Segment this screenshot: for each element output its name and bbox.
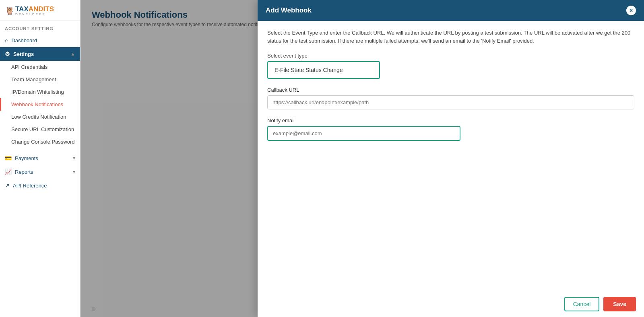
cancel-button[interactable]: Cancel bbox=[564, 297, 600, 311]
sidebar-item-api-reference[interactable]: ↗ API Reference bbox=[0, 179, 80, 192]
event-type-label: Select event type bbox=[267, 53, 634, 59]
brand-tax: TAX bbox=[15, 5, 29, 13]
payments-icon: 💳 bbox=[5, 155, 12, 161]
add-webhook-modal: Add Webhook × Select the Event Type and … bbox=[258, 0, 644, 317]
account-setting-section-label: ACCOUNT SETTING bbox=[0, 21, 80, 33]
reports-icon: 📈 bbox=[5, 169, 12, 175]
modal-body: Select the Event Type and enter the Call… bbox=[258, 21, 644, 164]
notify-email-group: Notify email bbox=[267, 117, 634, 141]
sidebar-item-secure-url[interactable]: Secure URL Customization bbox=[0, 123, 80, 136]
payments-chevron-icon: ▾ bbox=[73, 155, 75, 161]
api-credentials-label: API Credentials bbox=[11, 64, 47, 70]
owl-icon: 🦉 bbox=[5, 6, 14, 15]
logo-area: 🦉 TAXANDITS Developer bbox=[0, 0, 80, 21]
save-button[interactable]: Save bbox=[603, 297, 636, 311]
modal-header: Add Webhook × bbox=[258, 0, 644, 21]
event-type-value-text: E-File State Status Change bbox=[275, 67, 343, 73]
dashboard-label: Dashboard bbox=[11, 37, 37, 43]
sidebar-item-low-credits[interactable]: Low Credits Notification bbox=[0, 111, 80, 123]
settings-chevron-icon: ▲ bbox=[70, 51, 75, 57]
payments-label: Payments bbox=[15, 155, 38, 161]
change-password-label: Change Console Password bbox=[11, 139, 75, 145]
settings-icon: ⚙ bbox=[5, 51, 10, 57]
sidebar-item-webhook-notifications[interactable]: Webhook Notifications bbox=[0, 98, 80, 111]
api-reference-icon: ↗ bbox=[5, 182, 10, 189]
callback-url-group: Callback URL bbox=[267, 87, 634, 109]
api-reference-label: API Reference bbox=[13, 183, 47, 189]
modal-footer: Cancel Save bbox=[258, 291, 644, 317]
event-type-selected-value[interactable]: E-File State Status Change bbox=[270, 64, 378, 76]
logo-brand: TAXANDITS Developer bbox=[15, 6, 54, 16]
sidebar-item-reports[interactable]: 📈 Reports ▾ bbox=[0, 165, 80, 179]
brand-name: TAXANDITS bbox=[15, 6, 54, 12]
dashboard-icon: ⌂ bbox=[5, 37, 8, 43]
modal-description: Select the Event Type and enter the Call… bbox=[267, 29, 634, 45]
brand-developer: Developer bbox=[15, 12, 54, 16]
webhook-notifications-label: Webhook Notifications bbox=[11, 101, 63, 107]
callback-url-label: Callback URL bbox=[267, 87, 634, 93]
brand-andits: ANDITS bbox=[29, 5, 54, 13]
sidebar-item-api-credentials[interactable]: API Credentials bbox=[0, 61, 80, 73]
modal-close-button[interactable]: × bbox=[626, 6, 636, 15]
sidebar-item-ip-domain[interactable]: IP/Domain Whitelisting bbox=[0, 86, 80, 98]
reports-chevron-icon: ▾ bbox=[73, 169, 75, 175]
callback-url-input[interactable] bbox=[267, 95, 634, 109]
secure-url-label: Secure URL Customization bbox=[11, 126, 74, 132]
sidebar: 🦉 TAXANDITS Developer ACCOUNT SETTING ⌂ … bbox=[0, 0, 80, 317]
team-management-label: Team Management bbox=[11, 76, 56, 82]
settings-label: Settings bbox=[13, 51, 34, 57]
sidebar-item-change-password[interactable]: Change Console Password bbox=[0, 136, 80, 148]
notify-email-label: Notify email bbox=[267, 117, 634, 124]
notify-email-input[interactable] bbox=[267, 126, 460, 141]
reports-label: Reports bbox=[15, 169, 33, 175]
sidebar-item-payments[interactable]: 💳 Payments ▾ bbox=[0, 151, 80, 165]
sidebar-item-team-management[interactable]: Team Management bbox=[0, 73, 80, 86]
low-credits-label: Low Credits Notification bbox=[11, 114, 66, 120]
event-type-group: Select event type E-File State Status Ch… bbox=[267, 53, 634, 79]
modal-title: Add Webhook bbox=[266, 6, 312, 14]
ip-domain-label: IP/Domain Whitelisting bbox=[11, 89, 64, 95]
sidebar-item-settings[interactable]: ⚙ Settings ▲ bbox=[0, 47, 80, 61]
sidebar-item-dashboard[interactable]: ⌂ Dashboard bbox=[0, 33, 80, 47]
event-type-dropdown-wrapper: E-File State Status Change bbox=[267, 61, 380, 79]
